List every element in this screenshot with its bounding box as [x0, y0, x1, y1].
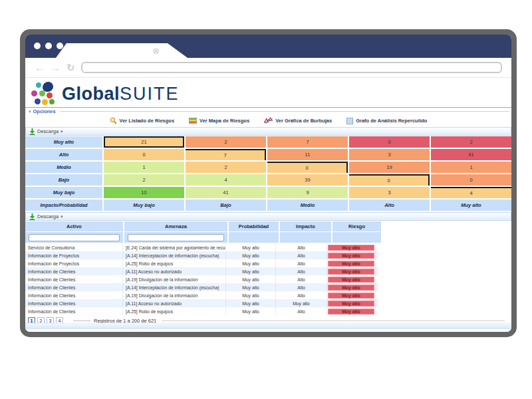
table-cell: Muy alto	[327, 243, 376, 251]
table-cell: Muy alto	[226, 283, 276, 291]
matrix-cell[interactable]: 0	[349, 136, 430, 148]
filter-cell	[280, 232, 331, 243]
matrix-cell[interactable]: 0	[349, 174, 430, 186]
table-cell: Información de Proyectos	[25, 259, 123, 267]
matrix-cell[interactable]: 3	[349, 187, 430, 198]
table-cell: Muy alto	[327, 259, 376, 267]
table-row[interactable]: Información de Clientes[A.14] Intercepta…	[25, 283, 378, 291]
matrix-cell[interactable]: 0	[431, 174, 511, 186]
table-cell: Información de Clientes	[25, 299, 123, 307]
matrix-cell[interactable]: 1	[104, 162, 184, 173]
tab-close-icon[interactable]: ⊗	[152, 46, 160, 56]
table-cell: Muy alto	[327, 267, 376, 275]
matrix-cell[interactable]: 1	[431, 162, 511, 173]
risk-table-body: Servicio de Consultoría[E.24] Caída del …	[25, 243, 378, 315]
link-ver-grafica-burbujas[interactable]: Ver Gráfica de Burbujas	[264, 117, 332, 124]
matrix-cell[interactable]: 11	[267, 149, 348, 160]
table-cell: [A.14] Interceptación de información (es…	[123, 251, 226, 259]
matrix-cell[interactable]: 2	[104, 174, 184, 186]
table-cell: Alto	[276, 307, 327, 315]
reload-button[interactable]: ↻	[66, 63, 75, 72]
table-cell: Muy alto	[226, 251, 276, 259]
table-row[interactable]: Información de Proyectos[A.14] Intercept…	[25, 251, 378, 259]
table-cell: Servicio de Consultoría	[25, 243, 123, 251]
matrix-col-label: Medio	[267, 200, 348, 211]
app-content: GlobalSUITE ▾ Opciones Ver Listado de Ri…	[25, 78, 511, 332]
table-row[interactable]: Información de Clientes[A.11] Acceso no …	[25, 299, 378, 307]
matrix-section-bar: Descarga ▾	[25, 127, 511, 136]
matrix-cell[interactable]: 4	[186, 174, 266, 186]
column-header-impacto[interactable]: Impacto	[280, 221, 331, 231]
matrix-cell[interactable]: 41	[186, 187, 266, 198]
risk-table-header: Activo Amenaza Probabilidad Impacto Ries…	[25, 221, 378, 243]
matrix-col-label: Bajo	[186, 200, 266, 211]
table-row[interactable]: Información de Proyectos[A.25] Robo de e…	[25, 259, 378, 267]
matrix-cell[interactable]: 3	[349, 149, 430, 160]
column-header-probabilidad[interactable]: Probabilidad	[229, 221, 279, 231]
matrix-cell[interactable]: 39	[267, 174, 348, 186]
filter-cell	[25, 232, 123, 243]
forward-button[interactable]: →	[51, 63, 61, 72]
table-cell: Muy alto	[226, 299, 276, 307]
table-download-button[interactable]: Descarga ▾	[29, 213, 63, 220]
link-grafo-analisis-repercutido[interactable]: Grafo de Análisis Repercutido	[346, 118, 427, 124]
matrix-cell[interactable]: 4	[431, 187, 511, 198]
link-ver-mapa-riesgos[interactable]: Ver Mapa de Riesgos	[189, 118, 249, 124]
matrix-cell[interactable]: 7	[267, 136, 348, 148]
column-header-riesgo[interactable]: Riesgo	[332, 221, 381, 231]
matrix-row-label: Bajo	[25, 174, 102, 186]
filter-cell	[124, 232, 227, 243]
browser-tab[interactable]: ⊗	[56, 43, 188, 58]
dropdown-caret-icon: ▾	[61, 129, 63, 134]
matrix-download-button[interactable]: Descarga ▾	[29, 128, 63, 135]
bubble-chart-icon	[264, 117, 273, 124]
table-cell: [A.19] Divulgación de la información	[123, 275, 226, 283]
table-cell: Muy alto	[226, 307, 276, 315]
options-label[interactable]: Opciones	[33, 108, 56, 114]
column-header-activo[interactable]: Activo	[25, 221, 123, 231]
table-row[interactable]: Información de Clientes[A.19] Divulgació…	[25, 291, 378, 299]
matrix-cell[interactable]: 9	[267, 187, 348, 198]
matrix-cell[interactable]: 21	[104, 136, 184, 148]
table-cell: Muy alto	[327, 275, 376, 283]
table-cell: [A.11] Acceso no autorizado	[123, 267, 226, 275]
table-cell: [A.19] Divulgación de la información	[123, 291, 226, 299]
download-icon	[29, 213, 35, 220]
table-row[interactable]: Servicio de Consultoría[E.24] Caída del …	[25, 243, 378, 251]
url-input[interactable]	[81, 62, 502, 73]
matrix-cell[interactable]: 2	[186, 162, 266, 173]
table-row[interactable]: Información de Clientes[A.19] Divulgació…	[25, 275, 378, 283]
matrix-cell[interactable]: 2	[431, 136, 511, 148]
amenaza-filter-input[interactable]	[128, 234, 223, 241]
matrix-cell[interactable]: 0	[104, 149, 184, 160]
matrix-cell[interactable]: 19	[349, 162, 430, 173]
table-cell: Información de Clientes	[25, 267, 123, 275]
column-header-amenaza[interactable]: Amenaza	[124, 221, 227, 231]
risk-badge: Muy alto	[328, 285, 374, 291]
matrix-row-label: Muy bajo	[25, 187, 102, 198]
matrix-cell[interactable]: 2	[186, 136, 266, 148]
globalsuite-logo-icon	[31, 81, 60, 106]
table-cell: [E.24] Caída del sistema por agotamiento…	[123, 243, 226, 251]
table-row[interactable]: Información de Clientes[A.11] Acceso no …	[25, 267, 378, 275]
table-cell: Muy alto	[327, 291, 376, 299]
matrix-cell[interactable]: 10	[104, 187, 184, 198]
divider	[73, 321, 90, 321]
matrix-cell[interactable]: 41	[431, 149, 511, 160]
matrix-cell[interactable]: 7	[186, 149, 266, 160]
browser-nav-bar: ← → ↻	[25, 58, 511, 78]
table-row[interactable]: Información de Clientes[A.25] Robo de eq…	[25, 307, 378, 315]
risk-badge: Muy alto	[328, 269, 374, 275]
risk-badge: Muy alto	[328, 245, 374, 251]
matrix-cell[interactable]: 0	[267, 162, 348, 173]
link-ver-listado-riesgos[interactable]: Ver Listado de Riesgos	[110, 117, 175, 124]
collapse-caret-icon[interactable]: ▾	[29, 109, 31, 114]
risk-badge: Muy alto	[328, 253, 374, 259]
table-cell: Información de Proyectos	[25, 251, 123, 259]
back-button[interactable]: ←	[35, 63, 45, 72]
table-cell: [A.11] Acceso no autorizado	[123, 299, 226, 307]
divider	[162, 321, 505, 321]
table-cell: Alto	[276, 259, 327, 267]
activo-filter-input[interactable]	[29, 234, 120, 241]
dropdown-caret-icon: ▾	[61, 214, 63, 219]
